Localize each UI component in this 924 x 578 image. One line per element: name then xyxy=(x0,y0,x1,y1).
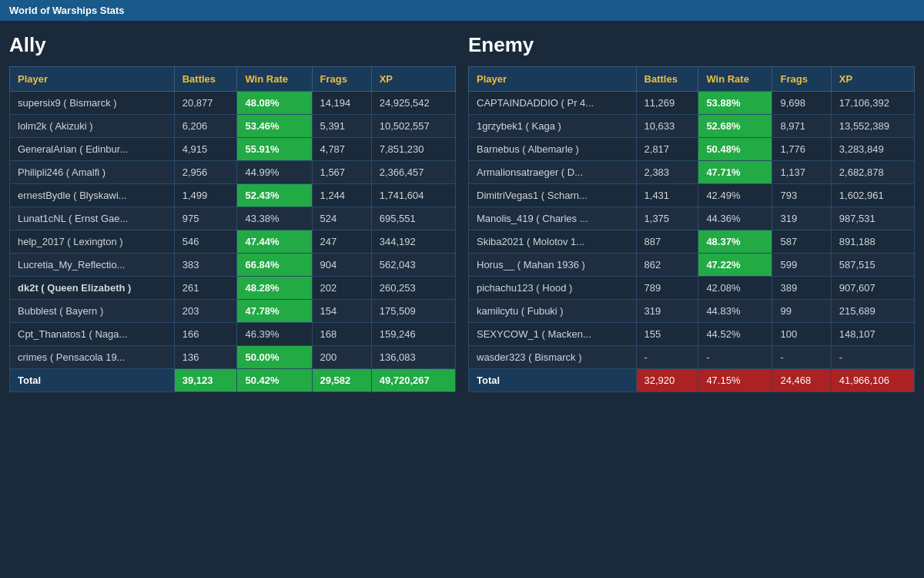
ally-winrate: 66.84% xyxy=(237,254,312,277)
table-row: Skiba2021 ( Molotov 1...88748.37%587891,… xyxy=(469,230,915,254)
enemy-col-battles: Battles xyxy=(636,67,698,92)
ally-col-player: Player xyxy=(10,67,175,92)
enemy-battles: 319 xyxy=(636,300,698,323)
title-bar: World of Warships Stats xyxy=(0,0,924,21)
enemy-winrate: 42.49% xyxy=(698,184,772,207)
enemy-xp: 215,689 xyxy=(831,300,914,323)
enemy-battles: - xyxy=(636,346,698,369)
ally-frags: 168 xyxy=(312,323,371,346)
enemy-winrate: 44.52% xyxy=(698,323,772,346)
ally-player-name: Cpt_Thanatos1 ( Naga... xyxy=(10,323,175,346)
table-row: kamilcytu ( Fubuki )31944.83%99215,689 xyxy=(469,300,915,323)
ally-frags: 200 xyxy=(312,346,371,369)
ally-xp: 2,366,457 xyxy=(371,161,455,184)
ally-frags: 524 xyxy=(312,207,371,230)
ally-winrate: 48.08% xyxy=(237,92,312,115)
ally-col-battles: Battles xyxy=(174,67,237,92)
ally-battles: 975 xyxy=(174,207,237,230)
enemy-table: Player Battles Win Rate Frags XP CAPTAIN… xyxy=(468,66,915,392)
ally-table: Player Battles Win Rate Frags XP supersi… xyxy=(9,66,456,392)
ally-col-frags: Frags xyxy=(312,67,371,92)
enemy-battles: 887 xyxy=(636,230,698,254)
ally-col-xp: XP xyxy=(371,67,455,92)
ally-winrate: 44.99% xyxy=(237,161,312,184)
enemy-section: Enemy Player Battles Win Rate Frags XP C… xyxy=(468,33,915,392)
table-row: CAPTAINDADDIO ( Pr 4...11,26953.88%9,698… xyxy=(469,92,915,115)
ally-xp: 159,246 xyxy=(371,323,455,346)
enemy-player-name: CAPTAINDADDIO ( Pr 4... xyxy=(469,92,637,115)
enemy-player-name: pichachu123 ( Hood ) xyxy=(469,277,637,300)
enemy-player-name: 1grzybek1 ( Kaga ) xyxy=(469,115,637,138)
enemy-frags: 599 xyxy=(772,254,831,277)
ally-total-label: Total xyxy=(10,369,175,392)
table-row: Lucretia_My_Reflectio...38366.84%904562,… xyxy=(10,254,456,277)
ally-xp: 1,741,604 xyxy=(371,184,455,207)
ally-winrate: 55.91% xyxy=(237,138,312,161)
enemy-battles: 155 xyxy=(636,323,698,346)
enemy-battles: 1,375 xyxy=(636,207,698,230)
ally-battles: 383 xyxy=(174,254,237,277)
enemy-frags: - xyxy=(772,346,831,369)
enemy-battles: 10,633 xyxy=(636,115,698,138)
enemy-winrate: 53.88% xyxy=(698,92,772,115)
ally-xp: 562,043 xyxy=(371,254,455,277)
ally-winrate: 46.39% xyxy=(237,323,312,346)
ally-player-name: Philipli246 ( Amalfi ) xyxy=(10,161,175,184)
enemy-frags: 8,971 xyxy=(772,115,831,138)
table-row: DimitriVegas1 ( Scharn...1,43142.49%7931… xyxy=(469,184,915,207)
enemy-battles: 2,383 xyxy=(636,161,698,184)
table-row: Philipli246 ( Amalfi )2,95644.99%1,5672,… xyxy=(10,161,456,184)
enemy-xp: 907,607 xyxy=(831,277,914,300)
ally-frags: 4,787 xyxy=(312,138,371,161)
enemy-frags: 99 xyxy=(772,300,831,323)
enemy-player-name: SEXYCOW_1 ( Macken... xyxy=(469,323,637,346)
ally-frags: 154 xyxy=(312,300,371,323)
enemy-xp: 587,515 xyxy=(831,254,914,277)
ally-battles: 6,206 xyxy=(174,115,237,138)
ally-xp: 136,083 xyxy=(371,346,455,369)
ally-battles: 4,915 xyxy=(174,138,237,161)
enemy-frags: 100 xyxy=(772,323,831,346)
enemy-frags: 319 xyxy=(772,207,831,230)
ally-frags: 904 xyxy=(312,254,371,277)
ally-total-row: Total 39,123 50.42% 29,582 49,720,267 xyxy=(10,369,456,392)
ally-player-name: Lunat1cNL ( Ernst Gae... xyxy=(10,207,175,230)
ally-frags: 14,194 xyxy=(312,92,371,115)
enemy-battles: 2,817 xyxy=(636,138,698,161)
enemy-col-winrate: Win Rate xyxy=(698,67,772,92)
ally-xp: 24,925,542 xyxy=(371,92,455,115)
enemy-total-frags: 24,468 xyxy=(772,369,831,392)
ally-battles: 261 xyxy=(174,277,237,300)
table-row: pichachu123 ( Hood )78942.08%389907,607 xyxy=(469,277,915,300)
ally-player-name: crimes ( Pensacola 19... xyxy=(10,346,175,369)
ally-player-name: ernestBydle ( Blyskawi... xyxy=(10,184,175,207)
table-row: lolm2k ( Akizuki )6,20653.46%5,39110,502… xyxy=(10,115,456,138)
ally-battles: 20,877 xyxy=(174,92,237,115)
table-row: wasder323 ( Bismarck )---- xyxy=(469,346,915,369)
enemy-total-battles: 32,920 xyxy=(636,369,698,392)
enemy-battles: 1,431 xyxy=(636,184,698,207)
enemy-xp: 891,188 xyxy=(831,230,914,254)
enemy-frags: 587 xyxy=(772,230,831,254)
enemy-winrate: 42.08% xyxy=(698,277,772,300)
ally-player-name: help_2017 ( Lexington ) xyxy=(10,230,175,254)
enemy-total-winrate: 47.15% xyxy=(698,369,772,392)
table-row: Cpt_Thanatos1 ( Naga...16646.39%168159,2… xyxy=(10,323,456,346)
table-row: Armalionsatraeger ( D...2,38347.71%1,137… xyxy=(469,161,915,184)
ally-xp: 260,253 xyxy=(371,277,455,300)
enemy-winrate: 47.22% xyxy=(698,254,772,277)
enemy-frags: 793 xyxy=(772,184,831,207)
ally-player-name: lolm2k ( Akizuki ) xyxy=(10,115,175,138)
enemy-frags: 1,776 xyxy=(772,138,831,161)
enemy-player-name: Horus__ ( Mahan 1936 ) xyxy=(469,254,637,277)
enemy-xp: 2,682,878 xyxy=(831,161,914,184)
enemy-player-name: wasder323 ( Bismarck ) xyxy=(469,346,637,369)
table-row: 1grzybek1 ( Kaga )10,63352.68%8,97113,55… xyxy=(469,115,915,138)
table-row: Horus__ ( Mahan 1936 )86247.22%599587,51… xyxy=(469,254,915,277)
enemy-player-name: Armalionsatraeger ( D... xyxy=(469,161,637,184)
enemy-col-frags: Frags xyxy=(772,67,831,92)
ally-xp: 175,509 xyxy=(371,300,455,323)
ally-winrate: 47.78% xyxy=(237,300,312,323)
ally-total-xp: 49,720,267 xyxy=(371,369,455,392)
enemy-winrate: - xyxy=(698,346,772,369)
